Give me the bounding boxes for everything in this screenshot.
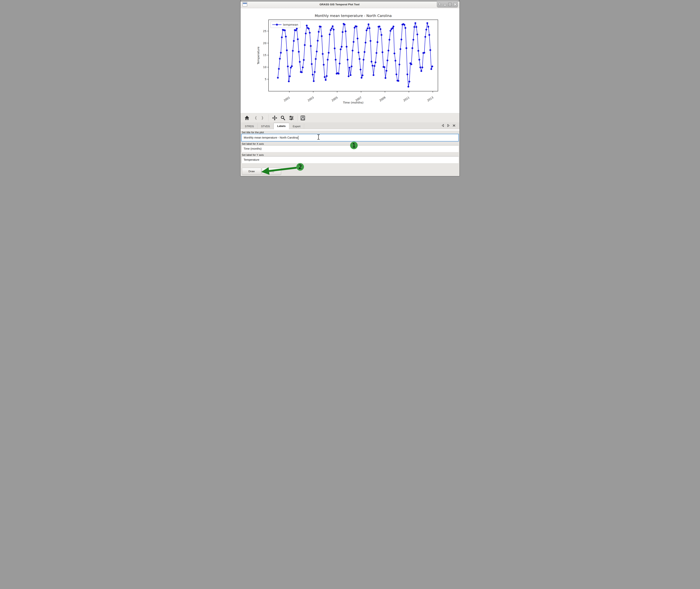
zoom-rect-button[interactable] [280, 115, 286, 121]
plot-canvas[interactable]: Monthly mean temperature - North Carolin… [241, 8, 459, 113]
svg-text:2013: 2013 [427, 96, 434, 102]
tab-scroll-right-button[interactable] [447, 124, 450, 127]
home-icon [245, 116, 250, 121]
close-icon [453, 3, 457, 6]
ylabel-field-label: Set label for Y axis [242, 153, 264, 157]
chart-title: Monthly mean temperature - North Carolin… [315, 14, 392, 18]
tab-labels-label: Labels [277, 125, 286, 128]
svg-text:2005: 2005 [331, 96, 338, 102]
help-button-label: Help [269, 170, 274, 173]
help-button[interactable]: Help [262, 168, 281, 175]
tab-strds-label: STRDS [245, 125, 254, 128]
y-axis-label: Temperature [257, 47, 260, 64]
forward-button[interactable] [260, 115, 266, 121]
tab-scroll-left-button[interactable] [441, 124, 445, 127]
close-tab-icon [453, 124, 455, 127]
minimize-icon [443, 3, 447, 6]
plot-title-value: Monthly mean temperature - North Carolin… [244, 136, 298, 139]
plot-frame [269, 20, 438, 91]
y-axis-label-value: Temperature [244, 158, 259, 161]
labels-page: Set title for the plot Monthly mean temp… [241, 131, 459, 176]
legend: tempmean [271, 22, 300, 28]
titlebar: GRASS GIS Temporal Plot Tool [241, 0, 459, 8]
svg-text:15: 15 [263, 53, 266, 57]
x-axis-label-input[interactable]: Time (months) [241, 145, 459, 152]
move-icon [272, 116, 277, 121]
svg-text:20: 20 [263, 42, 266, 45]
back-button[interactable] [253, 115, 258, 121]
svg-text:2003: 2003 [307, 96, 314, 102]
figure-area: Monthly mean temperature - North Carolin… [241, 8, 459, 113]
svg-text:2009: 2009 [379, 96, 386, 102]
save-button[interactable] [300, 115, 306, 121]
x-axis-label-value: Time (months) [244, 147, 262, 150]
configure-subplots-button[interactable] [289, 115, 294, 121]
y-axis: 510152025Temperature [257, 30, 269, 81]
minimize-button[interactable] [443, 2, 447, 7]
maximize-icon [448, 3, 452, 6]
triangle-left-icon [441, 124, 444, 127]
triangle-right-icon [447, 124, 450, 127]
tab-stvds-label: STVDS [261, 125, 270, 128]
svg-text:2001: 2001 [283, 96, 291, 102]
series-tempmean [277, 22, 433, 87]
notebook-tabbar: STRDS STVDS Labels Export [241, 122, 459, 129]
maximize-button[interactable] [448, 2, 452, 7]
tab-export-label: Export [293, 125, 300, 128]
svg-text:2011: 2011 [403, 96, 410, 102]
plot-toolbar [241, 113, 459, 122]
tab-strds[interactable]: STRDS [241, 124, 258, 129]
sliders-icon [289, 116, 294, 121]
x-axis: 2001200320052007200920112013Time (months… [283, 91, 434, 104]
svg-text:10: 10 [263, 65, 266, 69]
save-icon [300, 116, 305, 121]
legend-label: tempmean [283, 23, 298, 26]
pan-button[interactable] [272, 115, 278, 121]
y-axis-label-input[interactable]: Temperature [241, 156, 459, 163]
close-window-button[interactable] [453, 2, 457, 7]
draw-button[interactable]: Draw [242, 168, 261, 175]
shade-window-button[interactable] [437, 2, 442, 7]
plot-title-input[interactable]: Monthly mean temperature - North Carolin… [241, 134, 459, 142]
tab-export[interactable]: Export [289, 124, 304, 129]
window-controls [437, 1, 458, 8]
svg-text:25: 25 [263, 30, 266, 33]
app-window: GRASS GIS Temporal Plot Tool [240, 0, 460, 176]
svg-text:5: 5 [265, 77, 266, 81]
tab-close-button[interactable] [452, 124, 456, 127]
arrow-left-icon [253, 116, 258, 121]
xlabel-field-label: Set label for X axis [242, 142, 264, 146]
tab-stvds[interactable]: STVDS [258, 124, 273, 129]
window-title: GRASS GIS Temporal Plot Tool [241, 3, 438, 6]
text-caret [298, 136, 298, 140]
tab-labels[interactable]: Labels [274, 123, 289, 129]
x-axis-label: Time (months) [343, 101, 363, 104]
draw-button-label: Draw [249, 170, 255, 173]
arrow-up-icon [438, 3, 441, 6]
arrow-right-icon [261, 116, 266, 121]
home-button[interactable] [244, 115, 250, 121]
magnifier-icon [280, 116, 286, 121]
title-field-label: Set title for the plot [242, 131, 264, 134]
